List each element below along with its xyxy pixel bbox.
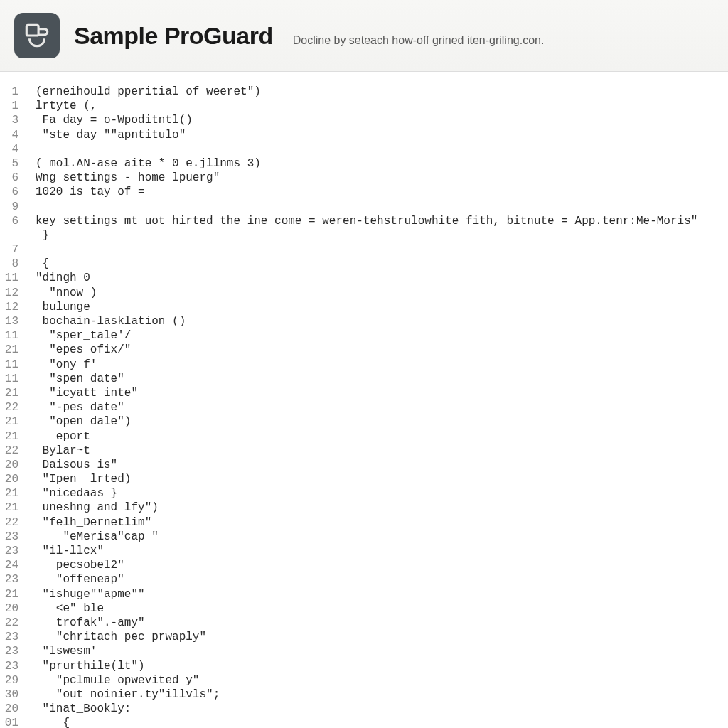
- code-line[interactable]: eport: [36, 429, 728, 444]
- header: Sample ProGuard Docline by seteach how-o…: [0, 0, 728, 72]
- code-line[interactable]: [36, 242, 728, 257]
- code-line[interactable]: "prurthile(lt"): [36, 659, 728, 673]
- line-number: 9: [0, 200, 18, 214]
- line-number: 3: [0, 113, 18, 127]
- line-number: 21: [0, 500, 18, 515]
- code-line[interactable]: [36, 142, 728, 156]
- line-number: 21: [0, 414, 18, 429]
- code-line[interactable]: {: [36, 257, 728, 271]
- line-number: 4: [0, 142, 18, 156]
- line-number: 20: [0, 702, 18, 716]
- line-number: 5: [0, 156, 18, 171]
- line-number: 20: [0, 472, 18, 486]
- code-line[interactable]: ( mol.AN-ase aite * 0 e.jllnms 3): [36, 156, 728, 171]
- line-number: 11: [0, 358, 18, 372]
- code-line[interactable]: "lswesm': [36, 644, 728, 658]
- page-subtitle: Docline by seteach how-off grined iten-g…: [293, 34, 545, 47]
- code-line[interactable]: "dingh 0: [36, 271, 728, 285]
- line-number: 23: [0, 630, 18, 644]
- code-line[interactable]: (erneihould pperitial of weeret"): [36, 85, 728, 99]
- code-line[interactable]: "ony f': [36, 358, 728, 372]
- code-line[interactable]: Fa day = o-Wpoditntl(): [36, 113, 728, 127]
- line-number: 13: [0, 314, 18, 328]
- line-number: 21: [0, 429, 18, 444]
- code-line[interactable]: "felh_Dernetlim": [36, 515, 728, 530]
- code-line[interactable]: pecsobel2": [36, 558, 728, 572]
- code-line[interactable]: "-pes date": [36, 400, 728, 414]
- line-number: 23: [0, 644, 18, 658]
- code-line[interactable]: "icyatt_inte": [36, 386, 728, 400]
- line-number: 21: [0, 486, 18, 500]
- code-line[interactable]: lrtyte (,: [36, 99, 728, 113]
- line-number: 8: [0, 257, 18, 271]
- line-number-gutter: 1134456696781112121311211111212221212220…: [0, 85, 27, 728]
- line-number: 23: [0, 530, 18, 544]
- code-line[interactable]: uneshng and lfy"): [36, 500, 728, 515]
- code-line[interactable]: trofak".-amy": [36, 616, 728, 630]
- code-line[interactable]: "out noinier.ty"illvls";: [36, 687, 728, 702]
- line-number: 6: [0, 214, 18, 228]
- line-number: 22: [0, 616, 18, 630]
- code-line[interactable]: "chritach_pec_prwaply": [36, 630, 728, 644]
- code-line[interactable]: "offeneap": [36, 572, 728, 587]
- code-line[interactable]: Bylar~t: [36, 444, 728, 458]
- code-line[interactable]: "Ipen lrted): [36, 472, 728, 486]
- line-number: 22: [0, 400, 18, 414]
- code-editor[interactable]: 1134456696781112121311211111212221212220…: [0, 72, 728, 728]
- code-line[interactable]: }: [36, 228, 728, 242]
- line-number: 29: [0, 673, 18, 687]
- code-line[interactable]: [36, 200, 728, 214]
- code-line[interactable]: "pclmule opwevited y": [36, 673, 728, 687]
- line-number: 4: [0, 128, 18, 142]
- code-content[interactable]: (erneihould pperitial of weeret")lrtyte …: [27, 85, 728, 728]
- line-number: 23: [0, 544, 18, 558]
- code-line[interactable]: key settings mt uot hirted the ine_come …: [36, 214, 728, 228]
- line-number: 22: [0, 515, 18, 530]
- line-number: 24: [0, 558, 18, 572]
- code-line[interactable]: "spen date": [36, 372, 728, 386]
- line-number: 6: [0, 185, 18, 199]
- line-number: 11: [0, 328, 18, 343]
- line-number: 6: [0, 171, 18, 185]
- line-number: 20: [0, 601, 18, 616]
- code-line[interactable]: "sper_tale'/: [36, 328, 728, 343]
- line-number: 12: [0, 286, 18, 300]
- line-number: 1: [0, 85, 18, 99]
- code-line[interactable]: "eMerisa"cap ": [36, 530, 728, 544]
- line-number: [0, 228, 18, 242]
- line-number: 30: [0, 687, 18, 702]
- line-number: 7: [0, 242, 18, 257]
- code-line[interactable]: "epes ofix/": [36, 343, 728, 357]
- page-title: Sample ProGuard: [74, 22, 273, 50]
- line-number: 23: [0, 659, 18, 673]
- line-number: 01: [0, 716, 18, 728]
- code-line[interactable]: {: [36, 716, 728, 728]
- code-line[interactable]: bochain-lasklation (): [36, 314, 728, 328]
- code-line[interactable]: <e" ble: [36, 601, 728, 616]
- code-line[interactable]: "open dale"): [36, 414, 728, 429]
- code-line[interactable]: "il-llcx": [36, 544, 728, 558]
- title-block: Sample ProGuard Docline by seteach how-o…: [74, 22, 544, 50]
- code-line[interactable]: "ste day ""apntitulo": [36, 128, 728, 142]
- line-number: 11: [0, 271, 18, 285]
- line-number: 23: [0, 572, 18, 587]
- code-line[interactable]: "nnow ): [36, 286, 728, 300]
- code-line[interactable]: "ishuge""apme"": [36, 587, 728, 601]
- code-line[interactable]: "inat_Bookly:: [36, 702, 728, 716]
- code-line[interactable]: "nicedaas }: [36, 486, 728, 500]
- line-number: 21: [0, 386, 18, 400]
- line-number: 22: [0, 444, 18, 458]
- line-number: 20: [0, 458, 18, 472]
- line-number: 21: [0, 587, 18, 601]
- code-line[interactable]: Wng settings - home lpuerg": [36, 171, 728, 185]
- svg-rect-0: [26, 25, 38, 36]
- line-number: 12: [0, 300, 18, 314]
- code-line[interactable]: bulunge: [36, 300, 728, 314]
- line-number: 11: [0, 372, 18, 386]
- line-number: 21: [0, 343, 18, 357]
- line-number: 1: [0, 99, 18, 113]
- app-logo-icon: [14, 13, 60, 58]
- code-line[interactable]: Daisous is": [36, 458, 728, 472]
- code-line[interactable]: 1020 is tay of =: [36, 185, 728, 199]
